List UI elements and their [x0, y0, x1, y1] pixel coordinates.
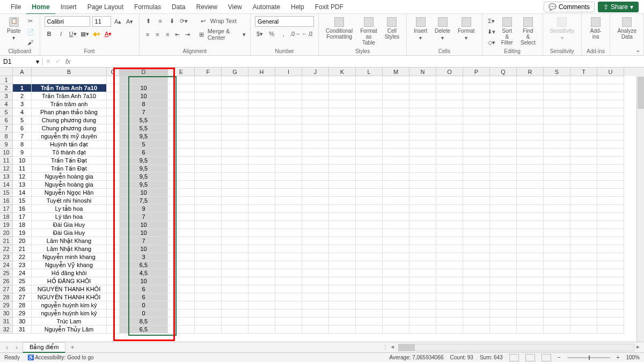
cell[interactable] — [490, 205, 517, 213]
cell[interactable] — [356, 269, 383, 277]
cell[interactable] — [302, 108, 329, 116]
cell[interactable] — [409, 269, 436, 277]
cell[interactable] — [597, 157, 624, 165]
cell[interactable] — [383, 245, 409, 253]
cell[interactable] — [302, 124, 329, 132]
cell[interactable] — [544, 301, 570, 309]
cell[interactable] — [463, 261, 490, 269]
cell[interactable]: 24 — [13, 269, 32, 277]
cell[interactable]: 9 — [13, 149, 32, 157]
cell[interactable] — [107, 76, 120, 84]
row-header[interactable]: 4 — [0, 100, 13, 108]
cell[interactable] — [248, 237, 275, 245]
cell[interactable] — [168, 149, 195, 157]
cell[interactable] — [329, 229, 356, 237]
cell[interactable]: 18 — [13, 221, 32, 229]
cell[interactable] — [107, 100, 120, 108]
cell[interactable] — [356, 100, 383, 108]
cell[interactable] — [436, 229, 463, 237]
cell[interactable] — [544, 157, 570, 165]
cell[interactable] — [195, 108, 222, 116]
cell[interactable] — [248, 124, 275, 132]
cell[interactable] — [409, 317, 436, 326]
cell[interactable]: 30 — [13, 317, 32, 326]
cell[interactable] — [168, 132, 195, 141]
row-header[interactable]: 23 — [0, 253, 13, 261]
cell[interactable] — [168, 173, 195, 181]
cell[interactable] — [168, 317, 195, 326]
cell[interactable]: Tuyết nhi hinoshi — [32, 197, 107, 205]
cell[interactable] — [597, 92, 624, 100]
cell[interactable]: 23 — [13, 261, 32, 269]
cell[interactable]: Trần Trâm Anh 7a10 — [32, 84, 107, 92]
cell[interactable] — [302, 229, 329, 237]
cell[interactable]: nguyễn huỳnh kim ký — [32, 309, 107, 317]
row-header[interactable]: 14 — [0, 181, 13, 189]
cell[interactable] — [409, 205, 436, 213]
clear-button[interactable]: ◇▾ — [487, 38, 496, 47]
delete-cells-button[interactable]: Delete▾ — [432, 16, 453, 42]
cell[interactable] — [517, 205, 544, 213]
cell[interactable] — [383, 213, 409, 221]
tab-data[interactable]: Data — [166, 1, 191, 13]
cell[interactable]: NGUYỄN THANH KHÔI — [32, 285, 107, 293]
cell[interactable]: 13 — [13, 181, 32, 189]
tab-file[interactable]: File — [5, 1, 26, 13]
cell[interactable] — [195, 76, 222, 84]
row-header[interactable]: 30 — [0, 309, 13, 317]
row-header[interactable]: 16 — [0, 197, 13, 205]
cell[interactable] — [248, 132, 275, 141]
cell[interactable]: 6 — [13, 124, 32, 132]
cell[interactable] — [597, 277, 624, 285]
cell[interactable] — [490, 76, 517, 84]
cell[interactable] — [570, 293, 597, 301]
cell[interactable] — [409, 253, 436, 261]
cell[interactable] — [436, 317, 463, 326]
enter-formula-button[interactable]: ✓ — [53, 57, 62, 67]
cell[interactable] — [570, 92, 597, 100]
row-header[interactable]: 13 — [0, 173, 13, 181]
cell[interactable] — [329, 309, 356, 317]
cell[interactable] — [168, 309, 195, 317]
cell[interactable] — [356, 197, 383, 205]
cell[interactable] — [517, 245, 544, 253]
cell[interactable] — [222, 149, 248, 157]
cell[interactable]: 10 — [120, 92, 168, 100]
col-header-U[interactable]: U — [597, 68, 624, 76]
cell[interactable] — [463, 76, 490, 84]
cell[interactable] — [409, 197, 436, 205]
cell[interactable] — [222, 277, 248, 285]
col-header-E[interactable]: E — [168, 68, 195, 76]
cell[interactable] — [544, 141, 570, 149]
cell[interactable] — [275, 293, 302, 301]
cell[interactable] — [517, 301, 544, 309]
cell[interactable] — [517, 261, 544, 269]
border-button[interactable]: ▦▾ — [80, 29, 90, 39]
cell[interactable] — [463, 221, 490, 229]
cell[interactable] — [168, 221, 195, 229]
cell[interactable] — [383, 165, 409, 173]
cell[interactable]: 9,5 — [120, 165, 168, 173]
cell[interactable] — [383, 269, 409, 277]
cell[interactable] — [302, 326, 329, 334]
cell[interactable] — [107, 301, 120, 309]
cell[interactable] — [275, 124, 302, 132]
cell[interactable] — [248, 326, 275, 334]
cell[interactable] — [383, 253, 409, 261]
cell[interactable] — [570, 141, 597, 149]
col-header-L[interactable]: L — [356, 68, 383, 76]
cell[interactable] — [409, 76, 436, 84]
row-header[interactable]: 28 — [0, 293, 13, 301]
cell[interactable] — [107, 205, 120, 213]
cell[interactable] — [222, 253, 248, 261]
cell[interactable] — [383, 157, 409, 165]
cell[interactable] — [490, 181, 517, 189]
cell[interactable] — [168, 157, 195, 165]
col-header-I[interactable]: I — [275, 68, 302, 76]
cell[interactable] — [275, 221, 302, 229]
cell[interactable]: 21 — [13, 245, 32, 253]
cell[interactable]: 16 — [13, 205, 32, 213]
cell[interactable] — [463, 84, 490, 92]
cell[interactable] — [248, 100, 275, 108]
merge-center-button[interactable]: ⊞ — [197, 29, 206, 39]
